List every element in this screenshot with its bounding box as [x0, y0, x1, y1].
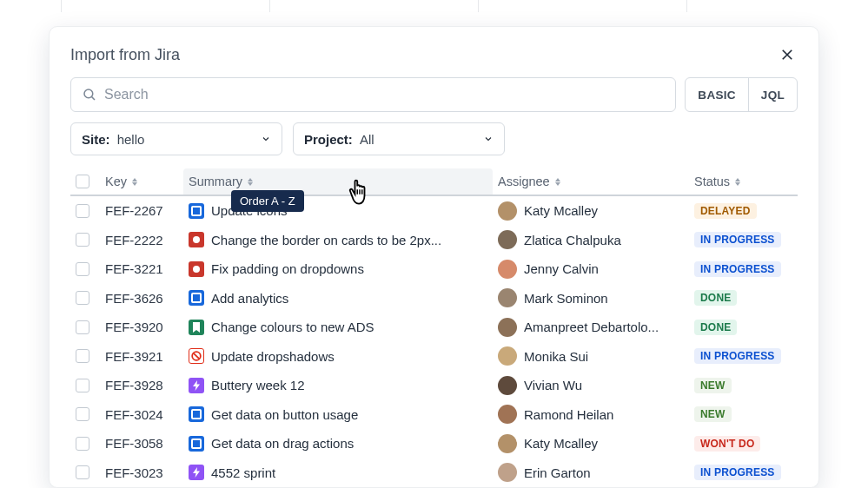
issue-key[interactable]: FEF-3024 [100, 407, 183, 422]
issue-type-icon [189, 465, 204, 480]
table-row: FEF-3024Get data on button usageRamond H… [70, 400, 798, 430]
toggle-basic[interactable]: BASIC [686, 78, 748, 111]
assignee-name[interactable]: Ramond Heilan [524, 407, 613, 422]
assignee-name[interactable]: Katy Mcalley [524, 203, 598, 218]
status-badge[interactable]: IN PROGRESS [694, 465, 781, 480]
assignee-name[interactable]: Katy Mcalley [524, 436, 598, 451]
svg-point-0 [84, 89, 93, 98]
row-checkbox[interactable] [76, 262, 89, 276]
assignee-name[interactable]: Monika Sui [524, 349, 588, 364]
issue-key[interactable]: FEF-3928 [100, 378, 183, 392]
table-row: FEF-30234552 sprintErin GartonIN PROGRES… [70, 458, 798, 488]
issue-key[interactable]: FEF-3626 [100, 291, 183, 306]
chevron-down-icon [261, 134, 271, 144]
project-select[interactable]: Project: All [293, 122, 505, 155]
table-row: FEF-3921Update dropshadowsMonika SuiIN P… [70, 342, 798, 372]
issue-type-icon [189, 203, 204, 219]
avatar [498, 260, 517, 279]
avatar [498, 318, 517, 337]
column-status[interactable]: Status [689, 168, 798, 195]
column-checkbox[interactable] [70, 168, 100, 195]
row-checkbox[interactable] [76, 379, 89, 392]
project-label: Project: [304, 132, 353, 147]
issue-key[interactable]: FEF-3221 [100, 261, 183, 276]
row-checkbox[interactable] [76, 233, 89, 247]
issue-key[interactable]: FEF-3921 [100, 349, 183, 364]
status-badge[interactable]: DONE [694, 320, 737, 335]
issue-summary[interactable]: Update dropshadows [211, 349, 335, 364]
table-row: FEF-3626Add analyticsMark SominonDONE [70, 284, 798, 313]
search-icon [82, 87, 97, 102]
issue-summary[interactable]: Add analytics [211, 291, 288, 306]
issue-key[interactable]: FEF-3023 [100, 465, 183, 480]
cursor-pointer-icon [343, 172, 376, 210]
assignee-name[interactable]: Mark Sominon [524, 291, 608, 306]
row-checkbox[interactable] [76, 291, 89, 305]
avatar [498, 288, 517, 307]
status-badge[interactable]: NEW [694, 378, 732, 393]
row-checkbox[interactable] [76, 407, 89, 421]
site-select[interactable]: Site: hello [70, 122, 282, 155]
table-header: Key Summary Assignee Status [70, 168, 798, 196]
avatar [498, 405, 517, 424]
issue-summary[interactable]: Change colours to new ADS [211, 320, 374, 334]
search-input[interactable]: Search [70, 77, 676, 112]
table-row: FEF-2267Update iconsKaty McalleyDELAYED [70, 196, 798, 226]
assignee-name[interactable]: Jenny Calvin [524, 261, 599, 276]
row-checkbox[interactable] [76, 349, 89, 363]
status-badge[interactable]: DONE [694, 290, 737, 306]
issue-summary[interactable]: Buttery week 12 [211, 378, 305, 392]
issues-table: Key Summary Assignee Status FEF-2267Upda… [70, 168, 798, 487]
issue-key[interactable]: FEF-2222 [100, 233, 183, 247]
status-badge[interactable]: IN PROGRESS [694, 232, 781, 247]
sort-icon [735, 178, 740, 186]
issue-type-icon [189, 320, 204, 335]
avatar [498, 230, 517, 249]
issue-type-icon [189, 406, 204, 422]
issue-type-icon [189, 290, 204, 306]
issue-summary[interactable]: Fix padding on dropdowns [211, 261, 364, 276]
avatar [498, 201, 517, 221]
row-checkbox[interactable] [76, 320, 89, 334]
status-badge[interactable]: WON'T DO [694, 436, 760, 452]
assignee-name[interactable]: Zlatica Chalpuka [524, 233, 621, 247]
issue-type-icon [189, 232, 204, 247]
import-modal: Import from Jira Search BASIC JQL Site: … [49, 26, 819, 488]
column-assignee[interactable]: Assignee [493, 168, 689, 195]
status-badge[interactable]: NEW [694, 406, 732, 422]
search-placeholder: Search [104, 87, 149, 102]
avatar [498, 434, 517, 453]
site-label: Site: [82, 132, 110, 147]
issue-key[interactable]: FEF-2267 [100, 203, 183, 218]
column-key[interactable]: Key [100, 168, 183, 195]
issue-summary[interactable]: Get data on button usage [211, 407, 358, 422]
row-checkbox[interactable] [76, 204, 89, 218]
assignee-name[interactable]: Erin Garton [524, 465, 591, 480]
status-badge[interactable]: IN PROGRESS [694, 348, 781, 364]
issue-key[interactable]: FEF-3920 [100, 320, 183, 334]
issue-type-icon [189, 348, 204, 364]
avatar [498, 346, 517, 366]
chevron-down-icon [483, 134, 494, 144]
status-badge[interactable]: DELAYED [694, 203, 757, 219]
issue-summary[interactable]: Change the border on cards to be 2px... [211, 233, 441, 247]
toggle-jql[interactable]: JQL [748, 78, 797, 111]
table-row: FEF-3058Get data on drag actionsKaty Mca… [70, 429, 798, 458]
avatar [498, 463, 517, 482]
table-row: FEF-3920Change colours to new ADSAmanpre… [70, 313, 798, 342]
status-badge[interactable]: IN PROGRESS [694, 261, 781, 277]
row-checkbox[interactable] [76, 437, 89, 451]
issue-summary[interactable]: 4552 sprint [211, 465, 275, 480]
table-row: FEF-2222Change the border on cards to be… [70, 226, 798, 255]
avatar [498, 376, 517, 395]
query-mode-toggle: BASIC JQL [685, 77, 798, 112]
assignee-name[interactable]: Amanpreet Debartolo... [524, 320, 659, 334]
issue-key[interactable]: FEF-3058 [100, 436, 183, 451]
close-button[interactable] [777, 44, 798, 65]
row-checkbox[interactable] [76, 465, 89, 479]
assignee-name[interactable]: Vivian Wu [524, 378, 582, 392]
column-summary[interactable]: Summary [183, 168, 493, 195]
select-all-checkbox[interactable] [76, 175, 89, 188]
issue-summary[interactable]: Get data on drag actions [211, 436, 354, 451]
sort-icon [248, 178, 253, 186]
